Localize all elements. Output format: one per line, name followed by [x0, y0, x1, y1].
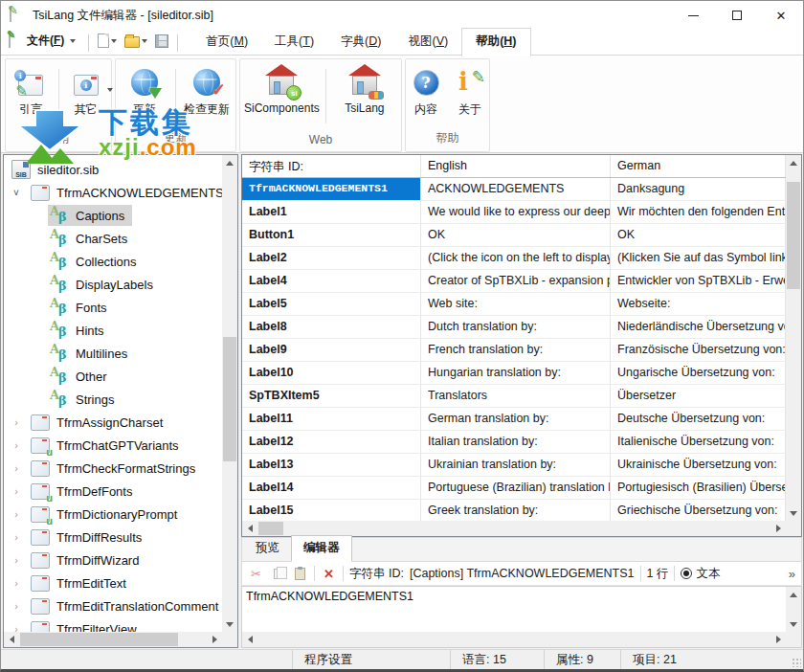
tree-item-TfrmDictionaryPrompt[interactable]: ›uTfrmDictionaryPrompt	[4, 503, 222, 526]
ribbon-tab-视图(V)[interactable]: 视图(V)	[394, 29, 461, 56]
table-vertical-scrollbar[interactable]	[786, 155, 801, 521]
table-row-Button1[interactable]: Button1OKOK	[242, 224, 786, 247]
cell-german[interactable]: Entwickler von SpTBXLib - Erweiter	[611, 270, 786, 292]
table-row-Label9[interactable]: Label9French translation by:Französische…	[242, 339, 786, 362]
cell-string-id[interactable]: Label15	[242, 500, 421, 521]
column-header-string-id[interactable]: 字符串 ID:	[242, 155, 421, 177]
chevron-collapsed-icon[interactable]: ›	[11, 601, 21, 612]
cell-english[interactable]: German translation by:	[421, 408, 611, 430]
title-bar[interactable]: ✎ TsiLang 文件编辑器 - [sileditor.sib] ✕	[1, 1, 803, 30]
tree-item-Hints[interactable]: AβHints	[4, 319, 222, 342]
scroll-right-icon[interactable]	[770, 632, 786, 647]
tree-item-Captions[interactable]: AβCaptions	[4, 204, 222, 227]
chevron-collapsed-icon[interactable]: ›	[11, 578, 21, 589]
chevron-collapsed-icon[interactable]: ›	[11, 509, 21, 520]
cell-english[interactable]: French translation by:	[421, 339, 611, 361]
tree-item-Fonts[interactable]: AβFonts	[4, 296, 222, 319]
cell-string-id[interactable]: Label11	[242, 408, 421, 430]
tree-item-TfrmDiffWizard[interactable]: ›TfrmDiffWizard	[4, 549, 222, 571]
cell-string-id[interactable]: Label1	[242, 201, 421, 223]
tree-item-TfrmFilterView[interactable]: ›TfrmFilterView	[4, 617, 222, 632]
tree-item-Strings[interactable]: AβStrings	[4, 388, 222, 411]
检查更新-button[interactable]: ✓检查更新	[178, 63, 235, 126]
cell-string-id[interactable]: TfrmACKNOWLEDGEMENTS1	[242, 178, 421, 200]
table-row-Label8[interactable]: Label8Dutch translation by:Niederländisc…	[242, 316, 786, 339]
cut-icon[interactable]: ✂	[248, 567, 264, 581]
chevron-collapsed-icon[interactable]: ›	[11, 555, 21, 566]
save-button[interactable]	[151, 30, 172, 56]
file-menu-button[interactable]: ✎ 文件(F)	[1, 30, 83, 56]
table-row-Label2[interactable]: Label2(Click the icon on the left to dis…	[242, 247, 786, 270]
text-mode-radio[interactable]: 文本	[681, 566, 720, 582]
cell-string-id[interactable]: Label12	[242, 431, 421, 453]
chevron-collapsed-icon[interactable]: ›	[11, 440, 21, 451]
tree-item-Other[interactable]: AβOther	[4, 365, 222, 388]
scroll-left-icon[interactable]	[4, 632, 19, 647]
table-row-Label14[interactable]: Label14Portuguese (Brazilian) translatio…	[242, 477, 786, 500]
scroll-up-icon[interactable]	[786, 155, 801, 170]
tab-预览[interactable]: 预览	[244, 536, 291, 561]
cell-english[interactable]: Creator of SpTBXLib - expansion pack	[421, 270, 611, 292]
cell-english[interactable]: Dutch translation by:	[421, 316, 611, 338]
cell-english[interactable]: We would like to express our deepest th	[421, 201, 611, 223]
editor-horizontal-scrollbar[interactable]	[242, 632, 786, 647]
chevron-collapsed-icon[interactable]: ›	[11, 486, 21, 497]
cell-german[interactable]: Übersetzer	[611, 385, 786, 407]
table-row-Label11[interactable]: Label11German translation by:Deutsche Üb…	[242, 408, 786, 431]
table-row-Label12[interactable]: Label12Italian translation by:Italienisc…	[242, 431, 786, 454]
tree-item-sileditor.sib[interactable]: SIBsileditor.sib	[4, 158, 222, 181]
cell-german[interactable]: Danksagung	[611, 178, 786, 200]
cell-english[interactable]: Ukrainian translation by:	[421, 454, 611, 476]
tree-item-CharSets[interactable]: AβCharSets	[4, 227, 222, 250]
ribbon-tab-字典(D)[interactable]: 字典(D)	[327, 29, 394, 56]
cell-german[interactable]: (Klicken Sie auf das Symbol links, u	[611, 247, 786, 269]
cell-german[interactable]: Deutsche Übersetzung von:	[611, 408, 786, 430]
tree-item-TfrmChatGPTVariants[interactable]: ›uTfrmChatGPTVariants	[4, 434, 222, 457]
column-header-english[interactable]: English	[421, 155, 611, 177]
关于-button[interactable]: i✎关于	[450, 63, 490, 126]
maximize-button[interactable]	[715, 1, 759, 30]
cell-english[interactable]: ACKNOWLEDGEMENTS	[421, 178, 611, 200]
scroll-up-icon[interactable]	[222, 155, 237, 170]
cell-string-id[interactable]: Button1	[242, 224, 421, 246]
scroll-down-icon[interactable]	[786, 616, 801, 632]
chevron-collapsed-icon[interactable]: ›	[11, 463, 21, 474]
chevron-collapsed-icon[interactable]: ›	[11, 532, 21, 543]
tree-item-DisplayLabels[interactable]: AβDisplayLabels	[4, 273, 222, 296]
string-editor[interactable]: TfrmACKNOWLEDGEMENTS1	[241, 586, 802, 648]
cell-german[interactable]: Wir möchten den folgenden Entwick	[611, 201, 786, 223]
cell-string-id[interactable]: Label9	[242, 339, 421, 361]
scroll-right-icon[interactable]	[770, 521, 786, 536]
new-file-button[interactable]	[94, 30, 121, 56]
其它-button[interactable]: i其它	[61, 63, 112, 126]
ribbon-tab-帮助(H)[interactable]: 帮助(H)	[461, 28, 530, 56]
cell-german[interactable]: Niederländische Übersetzung von:	[611, 316, 786, 338]
cell-german[interactable]: Ukrainische Übersetzung von:	[611, 454, 786, 476]
内容-button[interactable]: ?内容	[406, 63, 446, 126]
scroll-right-icon[interactable]	[207, 632, 222, 647]
cell-english[interactable]: Hungarian translation by:	[421, 362, 611, 384]
cell-english[interactable]: (Click the icon on the left to display t…	[421, 247, 611, 269]
cell-english[interactable]: Italian translation by:	[421, 431, 611, 453]
chevron-collapsed-icon[interactable]: ›	[11, 417, 21, 428]
scrollbar-thumb[interactable]	[258, 522, 283, 535]
cell-string-id[interactable]: Label13	[242, 454, 421, 476]
copy-icon[interactable]	[270, 569, 286, 579]
scroll-left-icon[interactable]	[242, 521, 257, 536]
paste-icon[interactable]	[292, 568, 308, 580]
cell-string-id[interactable]: Label5	[242, 293, 421, 315]
tree-item-Collections[interactable]: AβCollections	[4, 250, 222, 273]
open-file-button[interactable]	[121, 30, 151, 56]
scrollbar-thumb[interactable]	[223, 337, 236, 461]
tab-编辑器[interactable]: 编辑器	[291, 535, 352, 562]
cell-german[interactable]: Webseite:	[611, 293, 786, 315]
resize-grip[interactable]	[792, 658, 801, 667]
tree-item-TfrmACKNOWLEDGEMENTS1[interactable]: ˅TfrmACKNOWLEDGEMENTS1	[4, 181, 222, 204]
cell-string-id[interactable]: Label10	[242, 362, 421, 384]
cell-english[interactable]: OK	[421, 224, 611, 246]
tree-item-TfrmDefFonts[interactable]: ›uTfrmDefFonts	[4, 480, 222, 503]
scrollbar-thumb[interactable]	[787, 182, 800, 289]
SiComponents-button[interactable]: siSiComponents	[240, 63, 324, 126]
table-horizontal-scrollbar[interactable]	[242, 521, 786, 536]
ribbon-tab-工具(T)[interactable]: 工具(T)	[261, 29, 327, 56]
